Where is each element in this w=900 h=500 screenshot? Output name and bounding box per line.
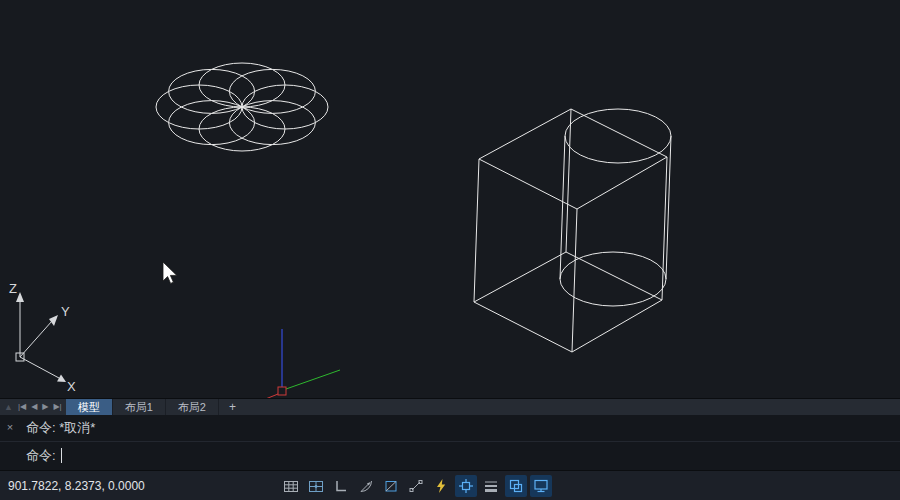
- canvas-drawing-surface: Z Y X: [0, 0, 900, 398]
- tab-nav-prev-icon[interactable]: ◀: [31, 403, 37, 411]
- command-close-icon[interactable]: ×: [3, 421, 17, 435]
- lineweight-icon[interactable]: [480, 475, 502, 497]
- annotation-monitor-icon[interactable]: [530, 475, 552, 497]
- tab-nav-group: ▲ |◀ ◀ ▶ ▶|: [0, 399, 66, 415]
- object-snap-icon[interactable]: [455, 475, 477, 497]
- status-toggle-group: [280, 475, 552, 497]
- ucs-icon: Z Y X: [9, 281, 76, 394]
- command-text-caret: [61, 448, 62, 463]
- selection-cycling-icon[interactable]: [505, 475, 527, 497]
- dynamic-input-icon[interactable]: [430, 475, 452, 497]
- add-layout-button[interactable]: +: [219, 399, 246, 415]
- snap-mode-icon[interactable]: [305, 475, 327, 497]
- tab-nav-last-icon[interactable]: ▶|: [53, 403, 61, 411]
- ucs-y-label: Y: [61, 304, 70, 319]
- polar-tracking-icon[interactable]: [355, 475, 377, 497]
- grid-display-icon[interactable]: [280, 475, 302, 497]
- command-prompt-text: 命令:: [26, 447, 56, 465]
- ucs-x-label: X: [67, 379, 76, 394]
- tab-layout1[interactable]: 布局1: [113, 399, 166, 415]
- command-window: × 命令: *取消* 命令:: [0, 415, 900, 470]
- model-space-canvas[interactable]: Z Y X: [0, 0, 900, 398]
- ucs-z-label: Z: [9, 281, 17, 296]
- layout-tab-bar: ▲ |◀ ◀ ▶ ▶| 模型 布局1 布局2 +: [0, 398, 900, 415]
- tab-model[interactable]: 模型: [66, 399, 113, 415]
- command-history-text: 命令: *取消*: [26, 419, 95, 437]
- status-bar: 901.7822, 8.2373, 0.0000: [0, 470, 900, 500]
- isometric-drafting-icon[interactable]: [380, 475, 402, 497]
- tab-nav-next-icon[interactable]: ▶: [42, 403, 48, 411]
- mouse-cursor-icon: [163, 262, 177, 283]
- crosshair-cursor: [263, 329, 340, 398]
- tab-menu-icon[interactable]: ▲: [4, 403, 13, 412]
- box-cylinder-drawing: [474, 109, 671, 352]
- object-snap-tracking-icon[interactable]: [405, 475, 427, 497]
- tab-nav-first-icon[interactable]: |◀: [18, 403, 26, 411]
- flower-drawing: [156, 63, 328, 151]
- tab-layout2[interactable]: 布局2: [166, 399, 219, 415]
- command-history-row: × 命令: *取消*: [0, 415, 900, 442]
- command-input-row[interactable]: 命令:: [0, 442, 900, 469]
- coordinate-readout: 901.7822, 8.2373, 0.0000: [8, 479, 208, 493]
- ortho-mode-icon[interactable]: [330, 475, 352, 497]
- cad-application-window: { "canvas": { "objects": ["flower-patter…: [0, 0, 900, 500]
